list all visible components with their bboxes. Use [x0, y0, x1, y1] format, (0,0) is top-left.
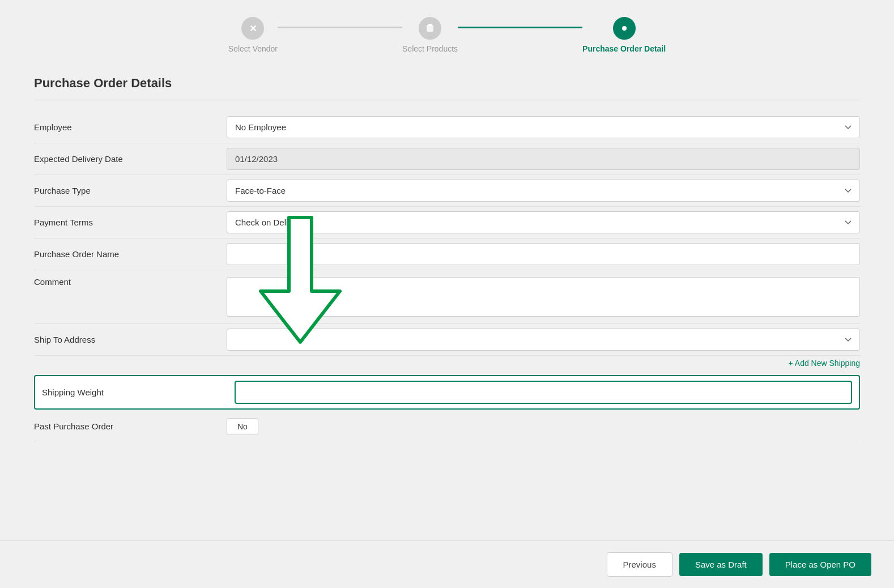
- purchase-type-select[interactable]: Face-to-Face: [227, 180, 860, 202]
- add-shipping-row: + Add New Shipping: [34, 356, 860, 373]
- place-open-po-button[interactable]: Place as Open PO: [769, 553, 871, 576]
- label-payment-terms: Payment Terms: [34, 218, 227, 227]
- label-employee: Employee: [34, 122, 227, 132]
- form-row-employee: Employee No Employee: [34, 112, 860, 143]
- field-shipping-weight: [235, 381, 852, 404]
- field-payment-terms: Check on Delivery: [227, 211, 860, 233]
- previous-button[interactable]: Previous: [607, 552, 672, 577]
- label-shipping-weight: Shipping Weight: [42, 387, 235, 397]
- step-label-products: Select Products: [402, 44, 458, 53]
- svg-rect-1: [428, 24, 432, 26]
- step-circle-products: [419, 17, 441, 40]
- po-name-input[interactable]: [227, 243, 860, 265]
- past-po-toggle-button[interactable]: No: [227, 418, 258, 435]
- footer: Previous Save as Draft Place as Open PO: [0, 540, 894, 588]
- field-ship-to: [227, 329, 860, 351]
- label-po-name: Purchase Order Name: [34, 249, 227, 259]
- svg-point-2: [622, 26, 627, 31]
- section-title: Purchase Order Details: [34, 76, 860, 91]
- field-purchase-type: Face-to-Face: [227, 180, 860, 202]
- label-ship-to: Ship To Address: [34, 335, 227, 344]
- connector-1: [278, 27, 402, 28]
- step-label-po-detail: Purchase Order Detail: [582, 44, 666, 53]
- step-purchase-order-detail: Purchase Order Detail: [582, 17, 666, 53]
- label-comment: Comment: [34, 277, 227, 287]
- form-row-shipping-weight: Shipping Weight: [34, 375, 860, 410]
- field-employee: No Employee: [227, 116, 860, 138]
- ship-to-select[interactable]: [227, 329, 860, 351]
- add-new-shipping-link[interactable]: + Add New Shipping: [789, 356, 860, 370]
- shipping-weight-input[interactable]: [235, 381, 852, 404]
- label-past-po: Past Purchase Order: [34, 421, 227, 431]
- form-row-po-name: Purchase Order Name: [34, 238, 860, 270]
- step-circle-po-detail: [613, 17, 636, 40]
- main-content: Purchase Order Details Employee No Emplo…: [0, 65, 894, 540]
- label-delivery-date: Expected Delivery Date: [34, 154, 227, 164]
- form-row-delivery-date: Expected Delivery Date: [34, 143, 860, 175]
- form-row-payment-terms: Payment Terms Check on Delivery: [34, 207, 860, 238]
- step-circle-vendor: ✕: [241, 17, 264, 40]
- step-label-vendor: Select Vendor: [228, 44, 278, 53]
- stepper: ✕ Select Vendor Select Products Purchase…: [0, 0, 894, 65]
- form-row-comment: Comment: [34, 270, 860, 324]
- form-row-purchase-type: Purchase Type Face-to-Face: [34, 175, 860, 207]
- delivery-date-input[interactable]: [227, 148, 860, 170]
- step-select-products: Select Products: [402, 17, 458, 53]
- save-draft-button[interactable]: Save as Draft: [679, 553, 763, 576]
- field-po-name: [227, 243, 860, 265]
- payment-terms-select[interactable]: Check on Delivery: [227, 211, 860, 233]
- field-comment: [227, 277, 860, 319]
- comment-textarea[interactable]: [227, 277, 860, 317]
- page-wrapper: ✕ Select Vendor Select Products Purchase…: [0, 0, 894, 588]
- section-divider: [34, 100, 860, 100]
- step-select-vendor: ✕ Select Vendor: [228, 17, 278, 53]
- label-purchase-type: Purchase Type: [34, 186, 227, 195]
- employee-select[interactable]: No Employee: [227, 116, 860, 138]
- field-past-po: No: [227, 418, 860, 435]
- form-row-ship-to: Ship To Address: [34, 324, 860, 356]
- field-delivery-date: [227, 148, 860, 170]
- form-row-past-po: Past Purchase Order No: [34, 412, 860, 441]
- connector-2: [458, 27, 582, 28]
